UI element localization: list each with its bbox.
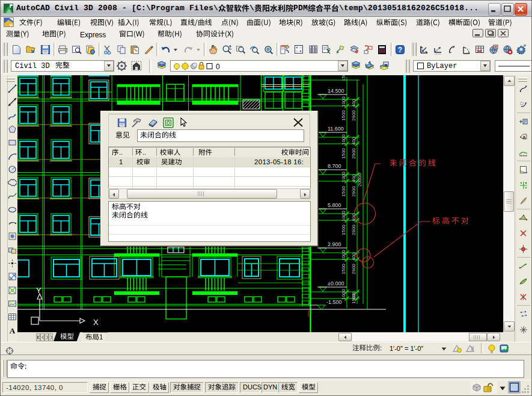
svg-text:1000: 1000 — [341, 134, 346, 145]
svg-text:?: ? — [398, 46, 402, 54]
svg-text:1500: 1500 — [341, 264, 346, 274]
svg-text:2900: 2900 — [351, 110, 356, 121]
svg-text:2900: 2900 — [351, 186, 356, 197]
svg-text:8.700: 8.700 — [328, 163, 341, 169]
svg-text:Y: Y — [36, 286, 41, 295]
svg-text:1500: 1500 — [341, 186, 346, 197]
svg-text:400: 400 — [351, 99, 356, 107]
svg-text:1500: 1500 — [341, 110, 346, 121]
svg-text:1500: 1500 — [341, 224, 346, 235]
svg-text:14.500: 14.500 — [328, 88, 344, 94]
svg-text:1500: 1500 — [341, 148, 346, 159]
svg-text:A: A — [10, 326, 16, 335]
svg-text:400: 400 — [351, 137, 356, 145]
svg-text:2900: 2900 — [351, 148, 356, 159]
svg-text:11.600: 11.600 — [328, 126, 344, 132]
svg-text:5.800: 5.800 — [328, 202, 341, 208]
svg-text:1000: 1000 — [341, 96, 346, 107]
svg-text:0: 0 — [216, 63, 220, 71]
svg-text:1000: 1000 — [341, 289, 346, 300]
svg-text:X: X — [93, 318, 99, 327]
svg-text:400: 400 — [351, 174, 356, 182]
svg-text:2900: 2900 — [351, 264, 356, 274]
svg-text:1000: 1000 — [341, 172, 346, 182]
svg-text:2900: 2900 — [351, 224, 356, 235]
svg-text:A: A — [522, 135, 526, 140]
svg-text:20000: 20000 — [357, 173, 362, 187]
svg-text:2.900: 2.900 — [328, 241, 341, 247]
svg-text:1000: 1000 — [341, 250, 346, 261]
svg-text:1000: 1000 — [341, 211, 346, 221]
svg-text:400: 400 — [351, 252, 356, 261]
svg-text:1500: 1500 — [351, 293, 356, 304]
svg-text:400: 400 — [351, 213, 356, 221]
svg-text:-1.500: -1.500 — [326, 299, 342, 305]
svg-text:±0.000: ±0.000 — [328, 280, 344, 286]
